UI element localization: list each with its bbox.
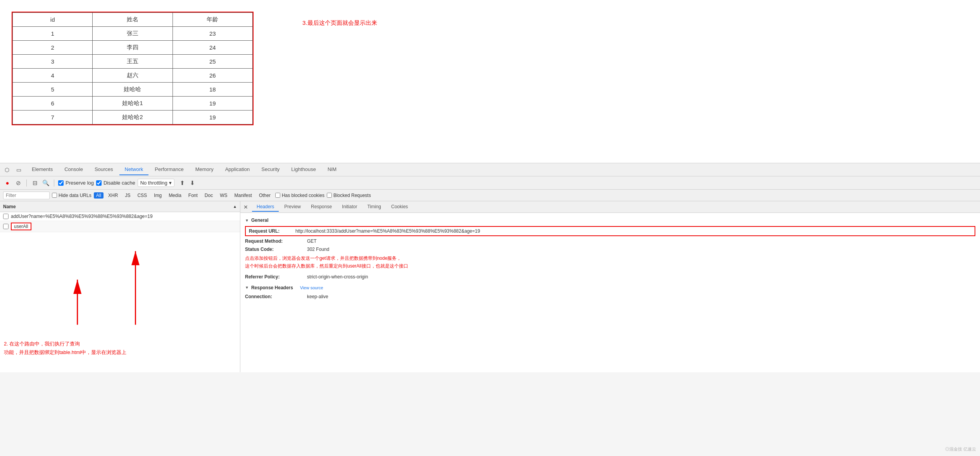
table-cell-1-1: 李四 <box>93 41 173 55</box>
tab-nim[interactable]: NiM <box>322 164 342 175</box>
filter-other-btn[interactable]: Other <box>257 192 273 199</box>
requests-list: addUser?name=%E5%A8%83%E5%93%88%E5%93%88… <box>0 212 240 372</box>
response-headers-triangle: ▼ <box>245 285 249 290</box>
devtools-toolbar: ● ⊘ ⊟ 🔍 Preserve log Disable cache No th… <box>0 176 980 190</box>
filter-js-btn[interactable]: JS <box>122 192 133 199</box>
table-cell-4-2: 18 <box>173 83 252 97</box>
connection-key: Connection: <box>245 293 307 300</box>
view-source-link[interactable]: View source <box>300 285 323 290</box>
request-checkbox-adduser[interactable] <box>3 214 9 219</box>
table-cell-1-0: 2 <box>13 41 93 55</box>
filter-img-btn[interactable]: Img <box>152 192 164 199</box>
request-url-row: Request URL: http://localhost:3333/addUs… <box>245 226 975 236</box>
filter-ws-btn[interactable]: WS <box>217 192 229 199</box>
disable-cache-label[interactable]: Disable cache <box>96 180 135 186</box>
blocked-cookies-label[interactable]: Has blocked cookies <box>275 193 324 198</box>
details-panel: ✕ Headers Preview Response Initiator Tim… <box>240 201 980 372</box>
blocked-requests-label[interactable]: Blocked Requests <box>327 193 371 198</box>
inspect-icon[interactable]: ⬡ <box>3 166 11 174</box>
tab-memory[interactable]: Memory <box>190 164 219 175</box>
table-cell-0-1: 张三 <box>93 27 173 41</box>
general-section-title: General <box>251 218 269 223</box>
blocked-requests-checkbox[interactable] <box>327 193 332 198</box>
filter-input[interactable] <box>3 192 50 199</box>
blocked-requests-text: Blocked Requests <box>333 193 371 198</box>
tab-lighthouse[interactable]: Lighthouse <box>286 164 321 175</box>
requests-panel: Name ▲ addUser?name=%E5%A8%83%E5%93%88%E… <box>0 201 240 372</box>
details-tab-cookies[interactable]: Cookies <box>386 202 412 212</box>
tab-elements[interactable]: Elements <box>26 164 58 175</box>
request-url-key: Request URL: <box>249 228 295 234</box>
tab-application[interactable]: Application <box>220 164 255 175</box>
upload-download-area: ⬆ ⬇ <box>178 179 197 187</box>
details-tab-preview[interactable]: Preview <box>280 202 305 212</box>
col-header-id: id <box>13 13 93 27</box>
disable-cache-text: Disable cache <box>104 180 135 186</box>
filter-doc-btn[interactable]: Doc <box>202 192 215 199</box>
throttling-select[interactable]: No throttling ▾ <box>138 179 174 187</box>
device-icon[interactable]: ▭ <box>15 166 22 174</box>
request-item-adduser[interactable]: addUser?name=%E5%A8%83%E5%93%88%E5%93%88… <box>0 212 240 221</box>
tab-security[interactable]: Security <box>256 164 285 175</box>
preserve-log-text: Preserve log <box>66 180 94 186</box>
filter-all-btn[interactable]: All <box>94 192 104 199</box>
filter-icon[interactable]: ⊟ <box>31 179 39 187</box>
details-tab-initiator[interactable]: Initiator <box>337 202 362 212</box>
table-row: 2李四24 <box>13 41 253 55</box>
table-row: 7娃哈哈219 <box>13 111 253 124</box>
filter-css-btn[interactable]: CSS <box>135 192 149 199</box>
toolbar-separator-1 <box>26 180 27 187</box>
request-method-value: GET <box>307 238 317 245</box>
filter-font-btn[interactable]: Font <box>186 192 200 199</box>
stop-button[interactable]: ⊘ <box>14 179 22 187</box>
annotation-3: 3.最后这个页面就会显示出来 <box>302 19 377 27</box>
blocked-cookies-checkbox[interactable] <box>275 193 280 198</box>
table-cell-6-2: 19 <box>173 111 252 124</box>
sort-arrow: ▲ <box>233 204 237 209</box>
status-code-value: 302 Found <box>307 246 329 253</box>
hide-data-urls-checkbox[interactable] <box>52 193 57 198</box>
upload-icon[interactable]: ⬆ <box>178 179 187 187</box>
filter-media-btn[interactable]: Media <box>166 192 184 199</box>
tab-network[interactable]: Network <box>119 164 149 175</box>
table-cell-1-2: 24 <box>173 41 252 55</box>
connection-row: Connection: keep-alive <box>245 293 975 300</box>
download-icon[interactable]: ⬇ <box>188 179 197 187</box>
connection-value: keep-alive <box>307 293 328 300</box>
status-code-key: Status Code: <box>245 246 307 253</box>
table-cell-2-0: 3 <box>13 55 93 69</box>
details-tab-response[interactable]: Response <box>306 202 336 212</box>
table-cell-5-1: 娃哈哈1 <box>93 97 173 111</box>
filter-xhr-btn[interactable]: XHR <box>106 192 120 199</box>
tab-sources[interactable]: Sources <box>89 164 119 175</box>
table-cell-0-2: 23 <box>173 27 252 41</box>
data-table: id 姓名 年龄 1张三232李四243王五254赵六265娃哈哈186娃哈哈1… <box>12 12 253 124</box>
details-tab-timing[interactable]: Timing <box>362 202 386 212</box>
hide-data-urls-label[interactable]: Hide data URLs <box>52 193 91 198</box>
request-item-userall[interactable]: userAll <box>0 221 240 232</box>
general-section-header[interactable]: ▼ General <box>245 216 975 225</box>
general-triangle: ▼ <box>245 218 249 223</box>
tab-console[interactable]: Console <box>59 164 88 175</box>
filter-manifest-btn[interactable]: Manifest <box>232 192 254 199</box>
requests-name-header: Name <box>3 204 233 209</box>
close-details-button[interactable]: ✕ <box>243 204 248 210</box>
tab-performance[interactable]: Performance <box>149 164 189 175</box>
devtools-tab-bar: ⬡ ▭ Elements Console Sources Network Per… <box>0 163 980 176</box>
details-tab-headers[interactable]: Headers <box>252 202 279 212</box>
table-row: 4赵六26 <box>13 69 253 83</box>
col-header-age: 年龄 <box>173 13 252 27</box>
preserve-log-label[interactable]: Preserve log <box>58 180 94 186</box>
table-cell-6-0: 7 <box>13 111 93 124</box>
response-headers-section-header[interactable]: ▼ Response Headers View source <box>245 283 975 292</box>
table-cell-2-2: 25 <box>173 55 252 69</box>
preserve-log-checkbox[interactable] <box>58 180 64 186</box>
referrer-policy-key: Referrer Policy: <box>245 273 307 280</box>
disable-cache-checkbox[interactable] <box>96 180 102 186</box>
record-button[interactable]: ● <box>3 179 12 187</box>
request-checkbox-userall[interactable] <box>3 224 9 229</box>
details-tabs: ✕ Headers Preview Response Initiator Tim… <box>240 201 980 213</box>
throttling-chevron: ▾ <box>169 180 172 186</box>
search-icon[interactable]: 🔍 <box>41 179 50 187</box>
toolbar-separator-2 <box>54 180 54 187</box>
